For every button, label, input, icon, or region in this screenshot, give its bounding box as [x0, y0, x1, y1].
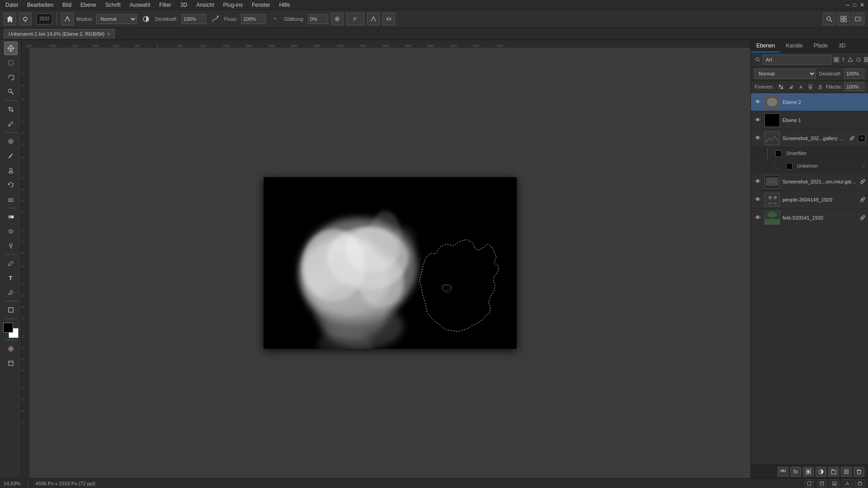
pressure-icon[interactable]	[367, 13, 380, 25]
lock-transparent-button[interactable]	[777, 82, 785, 91]
lasso-tool[interactable]	[4, 70, 18, 84]
layer-vis-feld[interactable]: 👁	[754, 214, 762, 222]
home-button[interactable]	[4, 13, 16, 25]
panel-toggle-icon[interactable]	[852, 13, 864, 25]
lock-all-button[interactable]	[816, 82, 824, 91]
color-swatches[interactable]	[3, 323, 19, 338]
symmetry-icon[interactable]	[382, 13, 395, 25]
layer-vis-ebene2[interactable]: 👁	[754, 98, 762, 106]
layer-vis-screenshot2021[interactable]: 👁	[754, 178, 762, 186]
menu-fenster[interactable]: Fenster	[250, 1, 272, 9]
status-icon-3[interactable]	[830, 479, 839, 488]
select-tool[interactable]	[4, 56, 18, 70]
menu-bearbeiten[interactable]: Bearbeiten	[25, 1, 55, 9]
layer-vis-screenshot[interactable]: 👁	[754, 134, 762, 142]
link-layers-button[interactable]	[778, 467, 788, 477]
menu-plugins[interactable]: Plug-ins	[222, 1, 245, 9]
layer-vis-people[interactable]: 👁	[754, 196, 762, 204]
menu-ansicht[interactable]: Ansicht	[194, 1, 216, 9]
add-group-button[interactable]	[828, 467, 839, 477]
close-button[interactable]: ✕	[860, 2, 864, 8]
layer-mode-select[interactable]: Normal	[755, 69, 816, 79]
document-tab[interactable]: Unbenannt-1 bei 14,6% (Ebene 2, RGB/8#) …	[4, 29, 115, 39]
smartfilter-row[interactable]: ○ Smartfilter	[751, 147, 868, 160]
add-mask-button[interactable]	[803, 467, 814, 477]
maximize-button[interactable]: □	[853, 2, 856, 8]
settings-icon[interactable]	[331, 13, 344, 25]
pen-tool[interactable]	[4, 257, 18, 270]
layer-feld[interactable]: 👁 feld-S33541_1920 🔗	[751, 209, 868, 227]
glattung-input[interactable]: 0%	[308, 14, 328, 24]
gradient-tool[interactable]	[4, 210, 18, 224]
brush-tool-button[interactable]	[19, 13, 32, 25]
shape-tool[interactable]	[4, 303, 18, 317]
foreground-color-swatch[interactable]	[3, 323, 13, 333]
lock-artboard-button[interactable]	[807, 82, 815, 91]
minimize-button[interactable]: ─	[845, 2, 849, 8]
lock-position-button[interactable]	[797, 82, 805, 91]
menu-schrift[interactable]: Schrift	[104, 1, 123, 9]
menu-datei[interactable]: Datei	[4, 1, 20, 9]
layer-icon-5[interactable]	[863, 55, 868, 65]
menu-bild[interactable]: Bild	[61, 1, 73, 9]
brush-tool[interactable]	[4, 149, 18, 163]
fluss-input[interactable]: 100%	[241, 14, 266, 24]
layer-icon-4[interactable]	[855, 55, 862, 65]
dodge-tool[interactable]	[4, 239, 18, 253]
blur-tool[interactable]	[4, 225, 18, 238]
status-icon-4[interactable]	[843, 479, 852, 488]
search-icon[interactable]	[823, 13, 835, 25]
screen-mode-tool[interactable]	[4, 357, 18, 370]
menu-ebene[interactable]: Ebene	[79, 1, 98, 9]
tab-pfade[interactable]: Pfade	[808, 40, 833, 52]
add-style-button[interactable]: fx	[790, 467, 801, 477]
tab-3d[interactable]: 3D	[833, 40, 851, 52]
quick-mask-tool[interactable]	[4, 342, 18, 356]
fill-label: Fläche:	[826, 84, 842, 89]
eraser-tool[interactable]	[4, 192, 18, 206]
tab-ebenen[interactable]: Ebenen	[751, 40, 780, 52]
layers-search-input[interactable]	[763, 55, 831, 65]
fill-input[interactable]: 100%	[844, 82, 864, 91]
eyedropper-tool[interactable]	[4, 117, 18, 131]
menu-3d[interactable]: 3D	[179, 1, 189, 9]
lock-image-button[interactable]	[787, 82, 795, 91]
deckkraft-input[interactable]: 100%	[181, 14, 206, 24]
layout-icon[interactable]	[837, 13, 850, 25]
crop-tool[interactable]	[4, 103, 18, 116]
layer-ebene2[interactable]: 👁 Ebene 2	[751, 93, 868, 111]
move-tool[interactable]	[4, 42, 18, 55]
history-brush-tool[interactable]	[4, 178, 18, 192]
menu-auswahl[interactable]: Auswahl	[128, 1, 152, 9]
stamp-tool[interactable]	[4, 164, 18, 177]
menu-hilfe[interactable]: Hilfe	[278, 1, 292, 9]
status-icon-5[interactable]	[855, 479, 864, 488]
status-icon-1[interactable]	[805, 479, 814, 488]
add-layer-button[interactable]	[841, 467, 852, 477]
layer-icon-2[interactable]: T	[841, 55, 845, 65]
layer-icon-1[interactable]	[833, 55, 840, 65]
layer-screenshot2021[interactable]: 👁 Screenshot_2021...om.miui.gallery 🔗	[751, 173, 868, 191]
add-adjustment-button[interactable]	[816, 467, 826, 477]
smartfilter-vis[interactable]: ○	[775, 150, 782, 157]
tab-close-button[interactable]: ×	[107, 32, 110, 37]
brush-mode-button[interactable]	[61, 13, 74, 25]
layer-icon-3[interactable]	[847, 55, 854, 65]
modus-select[interactable]: Normal	[96, 14, 137, 24]
path-select-tool[interactable]	[4, 286, 18, 299]
text-tool[interactable]: T	[4, 271, 18, 285]
tab-kanale[interactable]: Kanäle	[780, 40, 808, 52]
magic-wand-tool[interactable]	[4, 85, 18, 99]
layer-people[interactable]: 👁 people-2604149_1920 🔗	[751, 191, 868, 209]
status-icon-2[interactable]	[817, 479, 826, 488]
umkehren-row[interactable]: Umkehren ⊕	[751, 160, 868, 173]
delete-layer-button[interactable]	[854, 467, 864, 477]
layer-vis-ebene1[interactable]: 👁	[754, 116, 762, 124]
canvas-container[interactable]	[30, 48, 750, 478]
heal-tool[interactable]	[4, 135, 18, 148]
layer-screenshot-gallery[interactable]: 👁 Screenshot_202...gallery Kopie 🔗 ⊕	[751, 129, 868, 147]
opacity-input[interactable]: 100%	[844, 69, 864, 79]
angle-icon[interactable]: 0°	[346, 13, 364, 25]
menu-filter[interactable]: Filter	[157, 1, 173, 9]
layer-ebene1[interactable]: 👁 Ebene 1	[751, 111, 868, 129]
